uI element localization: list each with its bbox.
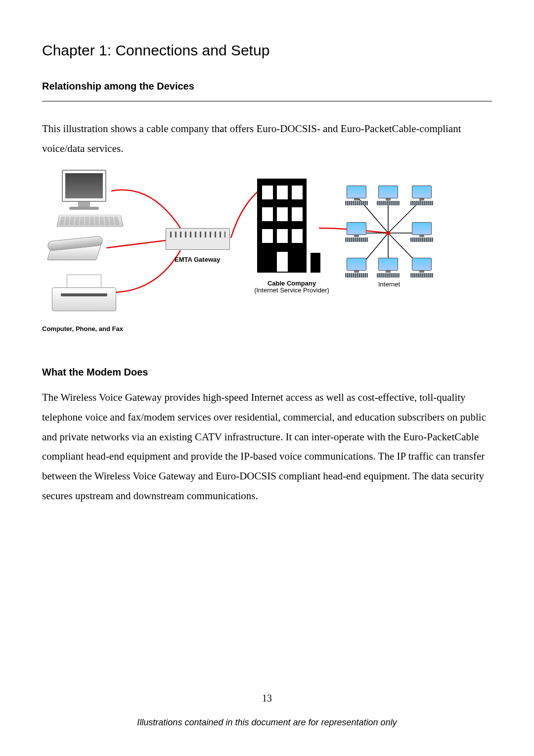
- emta-label: EMTA Gateway: [175, 256, 220, 263]
- modem-paragraph: The Wireless Voice Gateway provides high…: [42, 388, 492, 506]
- network-diagram: Computer, Phone, and Fax EMTA Gateway Ca…: [42, 164, 447, 352]
- section-heading-relationship: Relationship among the Devices: [42, 81, 492, 96]
- internet-grid: [339, 184, 443, 283]
- section-rule: [42, 101, 492, 101]
- internet-label: Internet: [378, 281, 400, 288]
- emta-gateway-icon: [166, 228, 230, 250]
- phone-icon: [49, 236, 106, 263]
- footer-note: Illustrations contained in this document…: [0, 717, 534, 728]
- left-stack-caption: Computer, Phone, and Fax: [42, 325, 123, 332]
- building-label-1: Cable Company: [247, 280, 336, 287]
- printer-icon: [52, 273, 116, 317]
- section-heading-modem: What the Modem Does: [42, 367, 492, 378]
- page-number: 13: [0, 693, 534, 704]
- monitor-icon: [62, 170, 106, 210]
- intro-paragraph: This illustration shows a cable company …: [42, 119, 492, 159]
- chapter-title: Chapter 1: Connections and Setup: [42, 42, 492, 59]
- keyboard-icon: [56, 215, 123, 227]
- building-icon: [257, 179, 307, 273]
- building-label-2: (Internet Service Provider): [240, 286, 344, 294]
